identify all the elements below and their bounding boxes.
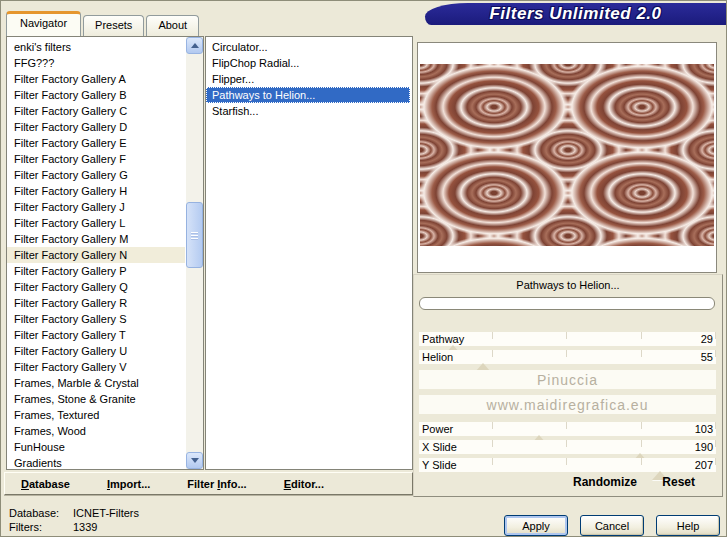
- watermark-line2: www.maidiregrafica.eu: [487, 397, 649, 413]
- filter-item[interactable]: Circulator...: [206, 39, 410, 55]
- category-item[interactable]: Filter Factory Gallery L: [7, 215, 185, 231]
- toolbar-button[interactable]: Filter Info...: [187, 478, 246, 490]
- category-item[interactable]: Filter Factory Gallery T: [7, 327, 185, 343]
- category-item[interactable]: Filter Factory Gallery G: [7, 167, 185, 183]
- slider-label: Pathway: [422, 333, 464, 345]
- category-item[interactable]: Filter Factory Gallery J: [7, 199, 185, 215]
- selected-filter-title: Pathways to Helion...: [414, 275, 722, 293]
- filter-preview-image: [420, 64, 714, 246]
- actions-row: Randomize Reset: [414, 475, 722, 493]
- slider-value: 29: [701, 333, 713, 345]
- category-item[interactable]: Filter Factory Gallery B: [7, 87, 185, 103]
- slider-group-top: Pathway 29 Helion 55: [414, 332, 722, 364]
- status-area: Database: ICNET-Filters Filters: 1339: [9, 506, 139, 534]
- parameter-slider[interactable]: Power 103: [419, 422, 716, 436]
- status-row: Database: ICNET-Filters: [9, 506, 139, 520]
- scroll-up-button[interactable]: [186, 37, 203, 54]
- category-item[interactable]: Filter Factory Gallery E: [7, 135, 185, 151]
- status-value: 1339: [73, 520, 97, 534]
- slider-group-bottom: Power 103 X Slide 190 Y Slide 207: [414, 422, 722, 472]
- category-item[interactable]: Filter Factory Gallery S: [7, 311, 185, 327]
- scroll-down-button[interactable]: [186, 452, 203, 469]
- parameter-slider[interactable]: X Slide 190: [419, 440, 716, 454]
- category-item[interactable]: Filter Factory Gallery P: [7, 263, 185, 279]
- parameter-slider[interactable]: Pathway 29: [419, 332, 716, 346]
- title-banner: Filters Unlimited 2.0: [425, 3, 726, 25]
- filters-unlimited-window: Filters Unlimited 2.0 Navigator Presets …: [0, 0, 727, 537]
- category-item[interactable]: Filter Factory Gallery F: [7, 151, 185, 167]
- dialog-button[interactable]: Cancel: [580, 515, 644, 536]
- category-item[interactable]: FunHouse: [7, 439, 185, 455]
- filter-item[interactable]: Flipper...: [206, 71, 410, 87]
- category-item[interactable]: Filter Factory Gallery V: [7, 359, 185, 375]
- preview-box: [417, 42, 717, 273]
- category-item[interactable]: Gradients: [7, 455, 185, 471]
- dialog-buttons: Apply Cancel Help: [504, 515, 720, 536]
- category-item[interactable]: Filter Factory Gallery D: [7, 119, 185, 135]
- slider-label: X Slide: [422, 441, 457, 453]
- tab[interactable]: Navigator: [6, 11, 81, 36]
- dialog-button[interactable]: Apply: [504, 515, 568, 536]
- watermark-line1: Pinuccia: [537, 372, 598, 388]
- status-value: ICNET-Filters: [73, 506, 139, 520]
- progress-bar: [419, 297, 715, 310]
- toolbar-button[interactable]: Editor...: [284, 478, 324, 490]
- category-item[interactable]: Filter Factory Gallery U: [7, 343, 185, 359]
- dialog-button[interactable]: Help: [656, 515, 720, 536]
- slider-label: Helion: [422, 351, 453, 363]
- category-item[interactable]: Filter Factory Gallery C: [7, 103, 185, 119]
- tab[interactable]: About: [146, 15, 199, 36]
- chevron-down-icon: [191, 458, 199, 463]
- category-item[interactable]: Frames, Wood: [7, 423, 185, 439]
- tab[interactable]: Presets: [83, 15, 144, 36]
- category-item[interactable]: Filter Factory Gallery A: [7, 71, 185, 87]
- randomize-button[interactable]: Randomize: [573, 475, 637, 489]
- category-list-panel: enki's filters FFG??? Filter Factory Gal…: [6, 36, 204, 470]
- category-scrollbar[interactable]: [186, 37, 203, 469]
- reset-button[interactable]: Reset: [662, 475, 695, 489]
- filter-controls-group: Pathways to Helion... Pathway 29 Helion …: [413, 274, 723, 497]
- status-row: Filters: 1339: [9, 520, 139, 534]
- category-item[interactable]: Frames, Marble & Crystal: [7, 375, 185, 391]
- watermark-row: Pinuccia: [419, 370, 716, 389]
- category-item[interactable]: enki's filters: [7, 39, 185, 55]
- category-item[interactable]: Frames, Textured: [7, 407, 185, 423]
- status-label: Database:: [9, 506, 73, 520]
- status-label: Filters:: [9, 520, 73, 534]
- filter-item[interactable]: Starfish...: [206, 103, 410, 119]
- category-item[interactable]: Filter Factory Gallery Q: [7, 279, 185, 295]
- slider-value: 103: [695, 423, 713, 435]
- parameter-slider[interactable]: Helion 55: [419, 350, 716, 364]
- slider-label: Power: [422, 423, 453, 435]
- slider-value: 207: [695, 459, 713, 471]
- category-item[interactable]: Filter Factory Gallery N: [7, 247, 185, 263]
- filter-item[interactable]: Pathways to Helion...: [206, 87, 410, 103]
- toolbar-button[interactable]: Database: [21, 478, 70, 490]
- category-item[interactable]: Filter Factory Gallery R: [7, 295, 185, 311]
- filter-item[interactable]: FlipChop Radial...: [206, 55, 410, 71]
- database-toolbar: Database Import... Filter Info... Editor…: [4, 472, 413, 495]
- slider-label: Y Slide: [422, 459, 457, 471]
- slider-value: 190: [695, 441, 713, 453]
- filter-list-panel: Circulator... FlipChop Radial... Flipper…: [205, 36, 413, 470]
- watermark-row: www.maidiregrafica.eu: [419, 395, 716, 414]
- chevron-up-icon: [191, 43, 199, 48]
- category-list: enki's filters FFG??? Filter Factory Gal…: [7, 39, 185, 471]
- scrollbar-thumb[interactable]: [186, 202, 203, 268]
- tab-bar: Navigator Presets About: [6, 11, 201, 36]
- toolbar-button[interactable]: Import...: [107, 478, 150, 490]
- category-item[interactable]: Filter Factory Gallery H: [7, 183, 185, 199]
- category-item[interactable]: Filter Factory Gallery M: [7, 231, 185, 247]
- category-item[interactable]: FFG???: [7, 55, 185, 71]
- window-title: Filters Unlimited 2.0: [489, 4, 661, 24]
- parameter-slider[interactable]: Y Slide 207: [419, 458, 716, 472]
- filter-list: Circulator... FlipChop Radial... Flipper…: [206, 39, 410, 119]
- slider-value: 55: [701, 351, 713, 363]
- category-item[interactable]: Frames, Stone & Granite: [7, 391, 185, 407]
